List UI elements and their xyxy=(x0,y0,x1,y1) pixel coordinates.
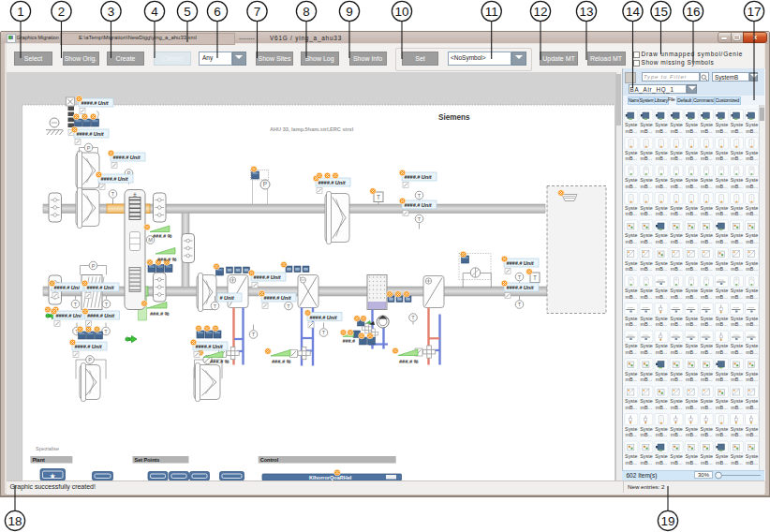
svg-text:19: 19 xyxy=(660,514,674,528)
svg-text:18: 18 xyxy=(7,514,22,528)
svg-text:5: 5 xyxy=(184,5,191,19)
svg-text:9: 9 xyxy=(346,5,353,19)
svg-text:17: 17 xyxy=(747,5,761,19)
svg-text:8: 8 xyxy=(303,5,310,19)
svg-text:11: 11 xyxy=(485,5,498,19)
svg-text:3: 3 xyxy=(108,5,115,19)
svg-text:1: 1 xyxy=(17,5,24,19)
svg-text:6: 6 xyxy=(214,5,221,19)
svg-text:16: 16 xyxy=(686,5,700,19)
svg-text:2: 2 xyxy=(58,5,66,19)
svg-text:12: 12 xyxy=(533,5,547,19)
svg-text:15: 15 xyxy=(654,5,668,19)
svg-text:13: 13 xyxy=(579,5,593,19)
svg-text:4: 4 xyxy=(151,5,158,19)
svg-text:14: 14 xyxy=(626,5,641,19)
svg-text:7: 7 xyxy=(254,5,261,19)
svg-text:10: 10 xyxy=(394,5,408,19)
